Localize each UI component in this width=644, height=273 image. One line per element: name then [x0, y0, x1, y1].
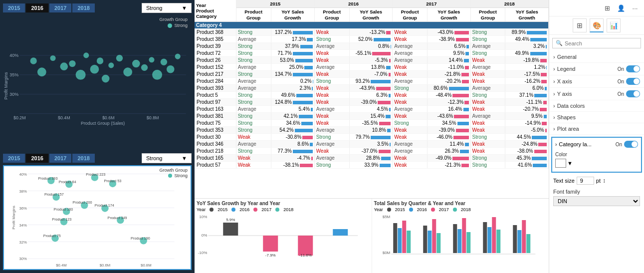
- paint-icon[interactable]: 🎨: [590, 18, 604, 32]
- yoy-2016: -5.3%: [349, 57, 392, 64]
- pg-2018: Weak: [470, 99, 505, 106]
- table-row: Product 26 Strong 53.0% Weak -5.3% Avera…: [195, 57, 549, 64]
- bottom-year-tab-2015[interactable]: 2015: [3, 154, 25, 163]
- search-box[interactable]: 🔍: [552, 38, 641, 48]
- yaxis-toggle[interactable]: [626, 90, 640, 97]
- top-scatter-svg: 40% 35% 30% $0.2M $0.4M $0.6M $0.8M Prof…: [3, 15, 192, 151]
- yoy-2018: -17.5%: [505, 71, 549, 78]
- svg-rect-100: [483, 222, 487, 253]
- pg-2015: Strong: [236, 120, 271, 127]
- pg-2016: Weak: [314, 50, 349, 57]
- svg-point-13: [30, 57, 36, 64]
- format-icon[interactable]: ⊞: [573, 18, 587, 32]
- svg-text:Product 200: Product 200: [73, 200, 92, 205]
- analytics-icon[interactable]: 📊: [607, 18, 621, 32]
- category-header: Category 4: [195, 22, 549, 29]
- yoy-2017: 80.6%: [428, 85, 470, 92]
- svg-rect-84: [333, 229, 348, 236]
- pg-2015: Strong: [236, 29, 271, 36]
- color-dropdown[interactable]: ▼: [555, 159, 638, 168]
- yoy-2016: -43.9%: [349, 85, 392, 92]
- yoy-2017: 9.5%: [428, 50, 470, 57]
- table-row: Product 72 Strong 71.7% Weak -55.1% Aver…: [195, 50, 549, 57]
- yoy-2016: 10.8%: [349, 127, 392, 134]
- section-shapes[interactable]: › Shapes: [549, 112, 644, 123]
- table-row: Product 346 Average 8.6% Average 3.5% Av…: [195, 141, 549, 148]
- pg-2017: Average: [393, 50, 428, 57]
- yoy-2017: -20.2%: [428, 78, 470, 85]
- product-name: Product 368: [195, 29, 236, 36]
- yoy-2016: 15.4%: [349, 113, 392, 120]
- color-label: Color: [555, 152, 638, 157]
- yoy-2016: 6.3%: [349, 92, 392, 99]
- section-general[interactable]: › General: [549, 51, 644, 63]
- search-input[interactable]: [565, 40, 638, 46]
- year-tab-2016[interactable]: 2016: [26, 3, 48, 12]
- pg-2018: Strong: [470, 36, 505, 43]
- data-table-section[interactable]: YearProduct Category 2015 2016 2017 2018…: [195, 0, 549, 198]
- product-name: Product 353: [195, 127, 236, 134]
- svg-rect-92: [423, 226, 427, 253]
- xaxis-toggle[interactable]: [626, 78, 640, 85]
- pg-2017: Weak: [393, 36, 428, 43]
- year-tab-2018[interactable]: 2018: [72, 3, 94, 12]
- chevron-plot-area: ›: [553, 126, 555, 132]
- svg-rect-80: [263, 236, 278, 252]
- bottom-dropdown[interactable]: Strong ▼: [142, 153, 192, 163]
- svg-text:Product 174: Product 174: [95, 203, 114, 208]
- yoy-2015: 53.0%: [271, 57, 314, 64]
- svg-text:32%: 32%: [19, 240, 27, 245]
- section-data-colors[interactable]: › Data colors: [549, 100, 644, 112]
- section-yaxis[interactable]: › Y axis On: [549, 88, 644, 100]
- yoy-2016: 33.9%: [349, 162, 392, 169]
- bottom-year-tab-2017[interactable]: 2017: [49, 154, 71, 163]
- pg-2016: Weak: [314, 113, 349, 120]
- pg-2016: Strong: [314, 162, 349, 169]
- grid-icon[interactable]: ⊞: [601, 2, 613, 14]
- top-year-tabs: 2015 2016 2017 2018 Strong ▼: [3, 3, 192, 13]
- svg-point-29: [152, 70, 162, 80]
- svg-point-17: [69, 60, 75, 67]
- yoy-2018: -19.8%: [505, 57, 549, 64]
- product-name: Product 163: [195, 106, 236, 113]
- year-tab-2017[interactable]: 2017: [49, 3, 71, 12]
- svg-rect-91: [407, 231, 411, 253]
- yoy-2018: 9.5%: [505, 113, 549, 120]
- svg-text:-11.6%: -11.6%: [299, 253, 312, 258]
- yoy-2015: 54.2%: [271, 127, 314, 134]
- svg-text:30%: 30%: [19, 257, 27, 261]
- section-plot-area[interactable]: › Plot area: [549, 123, 644, 135]
- person-icon[interactable]: 👤: [615, 2, 627, 14]
- yoy-2015: -4.7%: [271, 155, 314, 162]
- bottom-year-tab-2016[interactable]: 2016: [26, 154, 48, 163]
- svg-text:40%: 40%: [9, 53, 18, 58]
- legend-toggle[interactable]: [626, 65, 640, 72]
- table-row: Product 57 Weak -38.1% Strong 33.9% Weak…: [195, 162, 549, 169]
- pg-2016: Strong: [314, 78, 349, 85]
- cat-toggle[interactable]: [624, 141, 638, 148]
- bottom-year-tab-2018[interactable]: 2018: [72, 154, 94, 163]
- yoy-2016: 0.8%: [349, 43, 392, 50]
- yoy-2016: 52.0%: [349, 36, 392, 43]
- pg-2016: Average: [314, 127, 349, 134]
- top-dropdown[interactable]: Strong ▼: [142, 3, 192, 13]
- svg-rect-105: [517, 230, 521, 253]
- yoy-2017: -11.0%: [428, 64, 470, 71]
- svg-rect-103: [496, 230, 500, 253]
- pg-2018: Strong: [470, 155, 505, 162]
- yoy-2015: 77.3%: [271, 148, 314, 155]
- cat-label-row: › Category la...: [555, 141, 592, 147]
- svg-text:Profit Margins: Profit Margins: [11, 206, 16, 230]
- text-size-input[interactable]: [577, 177, 594, 185]
- yoy-2015: 34.6%: [271, 120, 314, 127]
- more-icon[interactable]: ···: [629, 2, 641, 14]
- yoy-2018: 37.1%: [505, 92, 549, 99]
- year-tab-2015[interactable]: 2015: [3, 3, 25, 12]
- section-legend[interactable]: › Legend On: [549, 63, 644, 75]
- color-box[interactable]: [555, 159, 566, 168]
- yoy-2018: 89.9%: [505, 29, 549, 36]
- svg-text:10%: 10%: [199, 215, 207, 219]
- font-family-select[interactable]: DIN Segoe UI Arial: [553, 196, 640, 206]
- section-xaxis[interactable]: › X axis On: [549, 75, 644, 88]
- yoy-2016: 93.2%: [349, 78, 392, 85]
